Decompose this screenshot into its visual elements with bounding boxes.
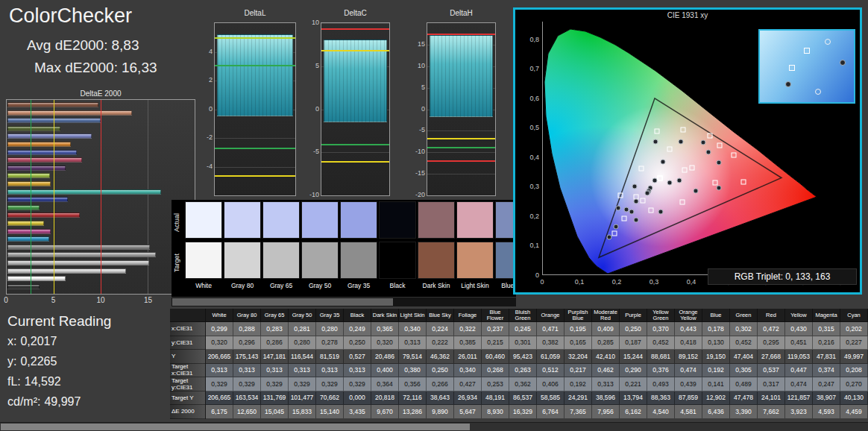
de-bar-gray-80 <box>7 268 126 274</box>
measured-marker <box>613 224 618 229</box>
table-cell: 86,537 <box>509 391 537 406</box>
measured-marker <box>679 139 684 145</box>
deltac-chart[interactable]: 1050-5-10 <box>305 22 390 198</box>
axis-tick-label: 0,4 <box>682 278 701 286</box>
target-row-label: Target <box>173 245 183 280</box>
swatch-comparison-strip[interactable]: Actual Target WhiteGray 80Gray 65Gray 50… <box>172 200 516 306</box>
table-cell: 0,443 <box>675 322 702 336</box>
table-cell: 0,208 <box>840 364 868 378</box>
max-de2000-readout: Max dE2000:16,33 <box>34 60 161 76</box>
deltal-chart[interactable]: 420-2-4 <box>198 22 296 198</box>
table-cell: 0,281 <box>289 322 316 336</box>
delta-band <box>324 40 387 122</box>
table-cell: 0,427 <box>454 377 482 391</box>
table-cell: 72,116 <box>399 391 427 406</box>
swatch-label: Gray 80 <box>224 282 261 289</box>
table-cell: 0,130 <box>702 336 730 350</box>
table-cell: 0,192 <box>564 377 592 391</box>
table-cell: 13,286 <box>399 405 427 419</box>
table-cell: 0,249 <box>344 322 371 336</box>
reference-line <box>321 161 389 163</box>
table-cell: 0,329 <box>261 377 289 391</box>
table-cell: 119,053 <box>785 350 813 364</box>
table-cell: 19,150 <box>702 350 730 364</box>
table-cell: 0,288 <box>233 322 261 336</box>
reference-line <box>321 144 389 145</box>
table-cell: 206,665 <box>206 391 233 406</box>
gridline <box>215 167 295 168</box>
table-cell: 70,662 <box>316 391 344 406</box>
target-swatch <box>185 242 222 279</box>
de-bar-blue <box>7 197 68 202</box>
swatch-scrollbar-thumb[interactable] <box>172 298 393 306</box>
table-cell: 0,000 <box>344 391 371 406</box>
current-reading-title: Current Reading <box>7 313 111 330</box>
table-header-cell: Blue Flower <box>482 309 509 322</box>
reference-line <box>427 160 495 162</box>
cie-chart-title: CIE 1931 xy <box>515 11 860 19</box>
reference-line <box>321 28 389 30</box>
swatch-column: Light Skin <box>456 200 494 306</box>
horizontal-scrollbar[interactable] <box>0 422 868 431</box>
target-marker <box>612 231 617 236</box>
gridline <box>427 195 495 196</box>
table-cell: 4,581 <box>675 405 702 419</box>
deltae-bar-chart[interactable] <box>6 99 195 295</box>
measured-marker <box>634 218 639 223</box>
axis-tick-label: 0,2 <box>521 213 539 220</box>
measurement-table[interactable]: WhiteGray 80Gray 65Gray 50Gray 35BlackDa… <box>170 309 868 419</box>
table-cell: 61,059 <box>537 350 564 364</box>
axis-tick-label: 10 <box>411 62 425 69</box>
table-cell: 4,540 <box>647 405 675 419</box>
deltah-chart[interactable]: 151050-5-10-15-20 <box>411 22 496 198</box>
measured-marker <box>645 191 650 196</box>
table-cell: 3,435 <box>344 405 371 419</box>
table-cell: 40,130 <box>840 391 868 406</box>
table-cell: 3,923 <box>785 405 813 419</box>
table-header-cell: Gray 65 <box>261 309 289 322</box>
de-bar-yellow <box>7 221 44 226</box>
table-cell: 7,956 <box>592 405 620 419</box>
table-cell: 24,291 <box>564 391 592 406</box>
table-cell: 0,305 <box>730 364 758 378</box>
swatch-columns: WhiteGray 80Gray 65Gray 50Gray 35BlackDa… <box>185 200 516 306</box>
swatch-label: White <box>185 282 222 289</box>
table-cell: 6,764 <box>537 405 564 419</box>
gridline <box>427 152 495 153</box>
target-marker <box>690 166 695 171</box>
reading-x-label: x: <box>7 335 16 347</box>
table-cell: 116,544 <box>289 350 316 364</box>
table-cell: 175,143 <box>233 350 261 364</box>
table-corner-cell <box>170 309 206 322</box>
table-cell: 26,011 <box>454 350 482 364</box>
page-title: ColorChecker <box>9 4 132 28</box>
cie-1931-panel[interactable]: CIE 1931 xy <box>513 7 862 295</box>
table-cell: 89,152 <box>675 350 702 364</box>
axis-tick-label: 0,7 <box>521 65 539 72</box>
inset-marker <box>804 48 810 54</box>
horizontal-scrollbar-thumb[interactable] <box>1 424 470 430</box>
table-cell: 0,385 <box>454 336 482 350</box>
table-cell: 58,585 <box>537 391 564 406</box>
table-header-cell: Gray 35 <box>316 309 344 322</box>
deltal-chart-title: DeltaL <box>214 9 296 17</box>
table-cell: 6,436 <box>702 405 730 419</box>
table-cell: 0,362 <box>509 377 537 391</box>
table-cell: 0,227 <box>840 336 868 350</box>
reference-line <box>427 34 495 35</box>
axis-tick-label: 15 <box>411 40 425 48</box>
table-cell: 0,295 <box>758 336 785 350</box>
table-cell: 0,317 <box>758 377 785 391</box>
actual-swatch <box>185 201 222 239</box>
table-cell: 0,285 <box>592 336 620 350</box>
swatch-scrollbar[interactable] <box>172 297 516 306</box>
delta-band <box>430 35 493 117</box>
actual-swatch <box>418 201 455 239</box>
deltac-chart-title: DeltaC <box>321 9 390 17</box>
table-cell: 131,769 <box>261 391 289 406</box>
swatch-column: White <box>185 200 222 306</box>
table-cell: 0,280 <box>316 322 344 336</box>
table-cell: 38,643 <box>427 391 454 406</box>
table-header-cell: Red <box>758 309 785 322</box>
table-cell: 0,253 <box>482 377 509 391</box>
